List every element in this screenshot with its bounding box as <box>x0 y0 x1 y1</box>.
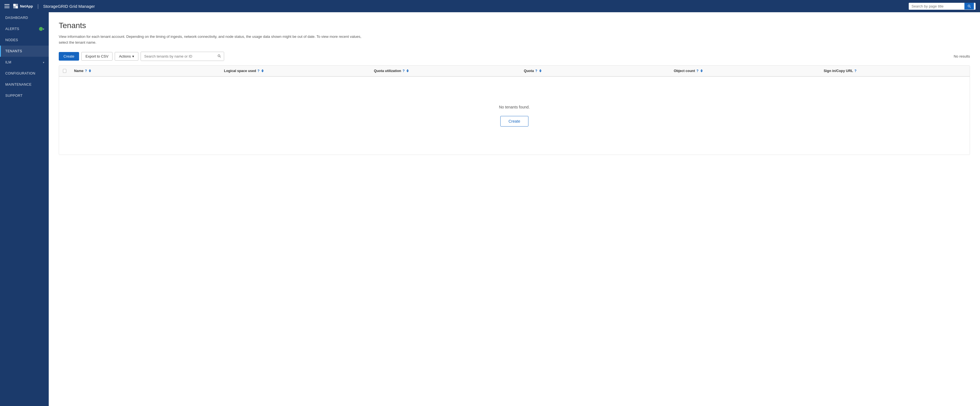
sidebar-item-tenants[interactable]: TENANTS <box>0 46 49 57</box>
logical-space-sort-arrows[interactable] <box>261 69 264 72</box>
empty-message: No tenants found. <box>499 105 530 109</box>
name-help-icon[interactable]: ? <box>85 69 87 73</box>
quota-sort-arrows[interactable] <box>539 69 541 72</box>
hamburger-menu-icon[interactable] <box>5 4 10 8</box>
global-search-input[interactable] <box>909 3 964 10</box>
col-header-object-count[interactable]: Object count ? <box>670 66 820 76</box>
col-header-quota[interactable]: Quota ? <box>520 66 670 76</box>
sidebar-item-dashboard[interactable]: DASHBOARD <box>0 12 49 23</box>
table-header: Name ? Logical space used ? <box>59 66 970 77</box>
actions-chevron-icon: ▾ <box>132 54 134 59</box>
actions-button[interactable]: Actions ▾ <box>115 52 138 60</box>
quota-utilization-sort-arrows[interactable] <box>406 69 409 72</box>
tenant-search-input[interactable] <box>141 52 215 60</box>
sign-in-copy-url-help-icon[interactable]: ? <box>854 69 856 73</box>
export-csv-button[interactable]: Export to CSV <box>81 52 113 60</box>
search-icon <box>217 54 221 58</box>
app-title: StorageGRID Grid Manager <box>43 4 95 9</box>
svg-rect-2 <box>13 6 16 8</box>
global-search-button[interactable] <box>964 3 974 10</box>
object-count-help-icon[interactable]: ? <box>696 69 698 73</box>
alerts-chevron-icon: ▾ <box>43 27 44 30</box>
name-sort-arrows[interactable] <box>89 69 91 72</box>
tenant-search-wrapper <box>141 52 224 61</box>
svg-rect-0 <box>13 4 16 6</box>
alerts-badge <box>39 27 43 31</box>
main-content: Tenants View information for each tenant… <box>49 12 980 406</box>
page-title: Tenants <box>59 21 970 30</box>
sidebar: DASHBOARD ALERTS ▾ NODES TENANTS ILM ▾ C… <box>0 12 49 406</box>
sidebar-item-maintenance[interactable]: MAINTENANCE <box>0 79 49 90</box>
sidebar-item-configuration[interactable]: CONFIGURATION <box>0 68 49 79</box>
toolbar: Create Export to CSV Actions ▾ No result… <box>59 52 970 61</box>
logical-space-help-icon[interactable]: ? <box>258 69 259 73</box>
col-header-quota-utilization[interactable]: Quota utilization ? <box>370 66 520 76</box>
table-body: No tenants found. Create <box>59 77 970 155</box>
select-all-checkbox[interactable] <box>63 69 66 73</box>
netapp-logo: NetApp <box>13 3 33 9</box>
page-description: View information for each tenant account… <box>59 34 365 46</box>
col-header-name[interactable]: Name ? <box>70 66 220 76</box>
create-button[interactable]: Create <box>59 52 79 60</box>
select-all-checkbox-cell[interactable] <box>59 66 70 76</box>
no-results-label: No results <box>953 54 970 59</box>
quota-help-icon[interactable]: ? <box>535 69 537 73</box>
svg-rect-3 <box>16 6 18 8</box>
svg-rect-1 <box>16 4 18 6</box>
quota-utilization-help-icon[interactable]: ? <box>402 69 404 73</box>
top-navigation: NetApp | StorageGRID Grid Manager <box>0 0 980 12</box>
sidebar-item-alerts[interactable]: ALERTS ▾ <box>0 23 49 35</box>
global-search-wrapper <box>909 3 975 10</box>
tenants-table: Name ? Logical space used ? <box>59 65 970 155</box>
empty-create-button[interactable]: Create <box>500 116 528 127</box>
tenant-search-button[interactable] <box>215 52 224 60</box>
nav-divider: | <box>37 3 39 9</box>
col-header-logical-space-used[interactable]: Logical space used ? <box>220 66 370 76</box>
search-icon <box>967 4 971 8</box>
ilm-chevron-icon: ▾ <box>43 61 44 64</box>
sidebar-item-ilm[interactable]: ILM ▾ <box>0 57 49 68</box>
sidebar-item-support[interactable]: SUPPORT <box>0 90 49 101</box>
col-header-sign-in-copy-url[interactable]: Sign in/Copy URL ? <box>820 66 970 76</box>
sidebar-item-nodes[interactable]: NODES <box>0 35 49 46</box>
main-layout: DASHBOARD ALERTS ▾ NODES TENANTS ILM ▾ C… <box>0 12 980 406</box>
object-count-sort-arrows[interactable] <box>700 69 703 72</box>
